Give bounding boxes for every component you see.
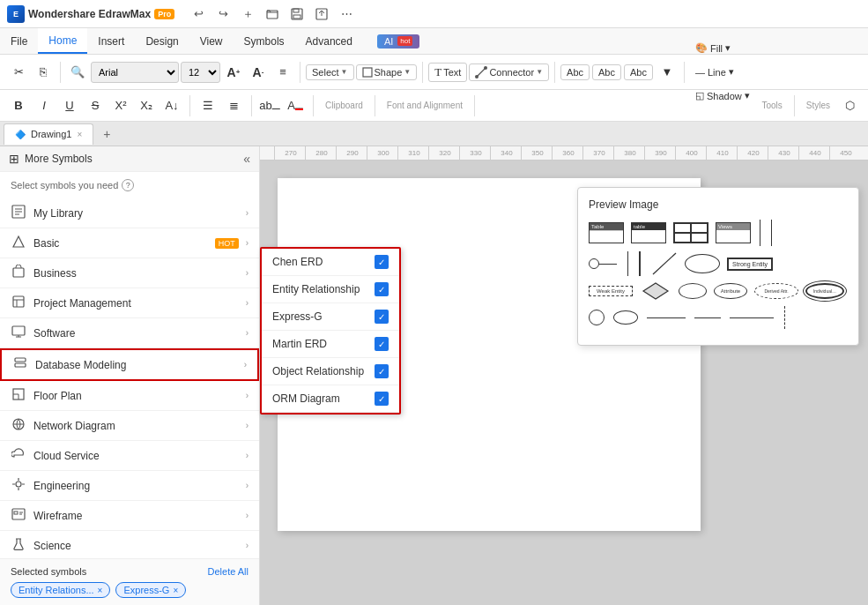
engineering-icon [11,477,26,494]
ruler-mark-390: 390 [644,146,675,161]
export-button[interactable] [312,4,331,24]
sidebar-item-business[interactable]: Business › [0,258,259,288]
express-g-checkbox[interactable]: ✓ [375,310,389,324]
redo-button[interactable]: ↪ [213,4,233,24]
strikethrough-button[interactable]: S [84,94,107,117]
text-color-button[interactable]: A__ [284,94,307,117]
align-button[interactable]: ≡ [271,61,294,84]
submenu-object-relationship[interactable]: Object Relationship ✓ [262,358,399,385]
bullet-button[interactable]: ≣ [222,94,245,117]
menu-ai[interactable]: AI hot [363,28,431,54]
menu-advanced[interactable]: Advanced [295,28,363,54]
fill-button[interactable]: 🎨 Fill▾ [690,37,755,60]
preview-line-v1 [760,220,760,246]
svg-rect-5 [363,68,372,77]
ruler-mark-410: 410 [706,146,737,161]
sidebar-item-software[interactable]: Software › [0,318,259,348]
menu-view[interactable]: View [189,28,234,54]
sidebar-item-floor-plan[interactable]: Floor Plan › [0,381,259,411]
undo-button[interactable]: ↩ [189,4,208,24]
menu-symbols[interactable]: Symbols [234,28,295,54]
tag-express-g[interactable]: Express-G × [115,582,186,598]
chen-erd-checkbox[interactable]: ✓ [375,255,389,269]
font-name-select[interactable]: Arial [91,62,179,83]
orm-diagram-checkbox[interactable]: ✓ [375,392,389,406]
tab-drawing1[interactable]: 🔷 Drawing1 × [4,123,93,145]
styles-expand2[interactable]: ⬡ [838,94,861,117]
floor-plan-icon [11,387,26,404]
shrink-text-button[interactable]: A↓ [160,94,183,117]
sidebar-item-my-library[interactable]: My Library › [0,198,259,228]
superscript-button[interactable]: X² [109,94,132,117]
svg-point-8 [484,66,487,70]
style-abc1[interactable]: Abc [560,64,590,80]
delete-all-button[interactable]: Delete All [208,566,249,577]
svg-point-7 [475,75,479,78]
styles-expand[interactable]: ▼ [656,61,679,84]
main-layout: ⊞ More Symbols « Select symbols you need… [0,146,868,605]
cut-button[interactable]: ✂ [7,61,30,84]
menu-home[interactable]: Home [38,28,87,54]
sidebar-item-basic[interactable]: Basic HOT › [0,228,259,258]
help-icon[interactable]: ? [122,179,134,191]
submenu-martin-erd[interactable]: Martin ERD ✓ [262,331,399,358]
text-style-button[interactable]: ab__ [258,94,281,117]
science-label: Science [33,540,239,552]
wireframe-icon [11,507,26,524]
new-button[interactable]: ＋ [238,4,257,24]
ruler-mark-420: 420 [737,146,768,161]
sidebar-item-cloud-service[interactable]: Cloud Service › [0,441,259,471]
subscript-button[interactable]: X₂ [135,94,158,117]
menu-file[interactable]: File [0,28,38,54]
style-abc2[interactable]: Abc [592,64,621,80]
styles-section: Styles [801,94,835,117]
more-button[interactable]: ⋯ [337,4,356,24]
tab-drawing1-close[interactable]: × [77,130,82,139]
style-abc3[interactable]: Abc [624,64,653,80]
preview-row-2: Strong Entity [589,251,848,276]
svg-rect-0 [267,11,278,19]
shape-dropdown[interactable]: Shape ▼ [356,64,418,80]
underline-button[interactable]: U [58,94,81,117]
submenu-chen-erd[interactable]: Chen ERD ✓ [262,249,399,276]
select-dropdown[interactable]: Select ▼ [306,64,354,80]
bold-button[interactable]: B [7,94,30,117]
open-button[interactable] [263,4,282,24]
italic-button[interactable]: I [33,94,56,117]
shadow-button[interactable]: ◱ Shadow▾ [690,85,755,108]
software-icon [11,325,26,341]
tag-express-g-close[interactable]: × [173,586,178,595]
font-shrink-button[interactable]: A- [247,61,270,84]
submenu-orm-diagram[interactable]: ORM Diagram ✓ [262,385,399,413]
object-relationship-checkbox[interactable]: ✓ [375,364,389,378]
sidebar-item-network-diagram[interactable]: Network Diagram › [0,411,259,441]
font-grow-button[interactable]: A+ [222,61,245,84]
sep1 [60,62,61,83]
sidebar-item-engineering[interactable]: Engineering › [0,471,259,501]
list-button[interactable]: ☰ [197,94,219,117]
sidebar-collapse-button[interactable]: « [243,152,250,166]
connector-dropdown[interactable]: Connector ▼ [469,63,549,81]
line-button[interactable]: — Line▾ [690,61,755,84]
copy-button[interactable]: ⎘ [32,61,55,84]
save-button[interactable] [287,4,307,24]
sidebar-item-wireframe[interactable]: Wireframe › [0,501,259,531]
preview-circle-line [589,258,617,269]
submenu-entity-relationship[interactable]: Entity Relationship ✓ [262,276,399,303]
tag-entity-relations-close[interactable]: × [98,586,103,595]
entity-relationship-checkbox[interactable]: ✓ [375,282,389,296]
menu-design[interactable]: Design [135,28,189,54]
martin-erd-checkbox[interactable]: ✓ [375,337,389,351]
search-button[interactable]: 🔍 [66,61,89,84]
sidebar-item-project-management[interactable]: Project Management › [0,288,259,318]
menu-insert[interactable]: Insert [87,28,135,54]
tab-add-button[interactable]: + [97,124,116,144]
tag-entity-relations[interactable]: Entity Relations... × [11,582,110,598]
text-dropdown[interactable]: T Text [428,63,467,82]
font-alignment-section: Font and Alignment [382,94,468,117]
sidebar-item-science[interactable]: Science › [0,531,259,558]
sidebar-item-database-modeling[interactable]: Database Modeling › [0,348,259,381]
submenu-express-g[interactable]: Express-G ✓ [262,303,399,331]
preview-multivalue: Individual… [805,283,844,299]
font-size-select[interactable]: 12 [181,62,220,83]
